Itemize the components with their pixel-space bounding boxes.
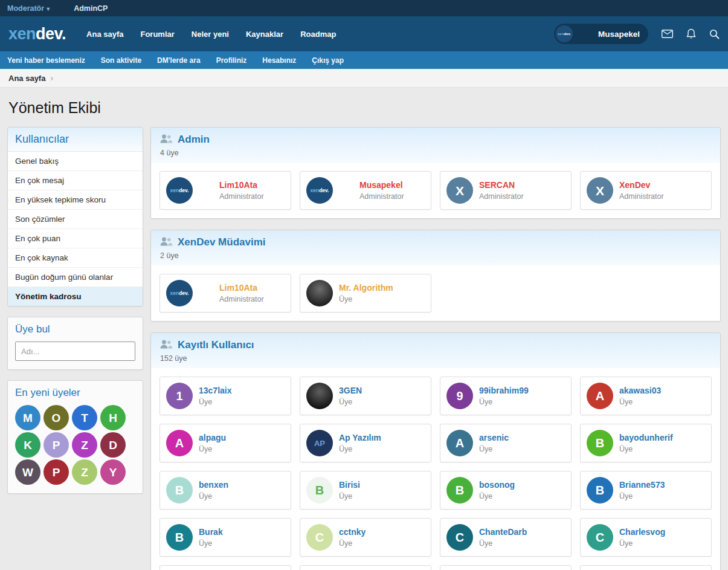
member-info: XenDevAdministrator bbox=[619, 180, 664, 201]
member-card[interactable]: BbenxenÜye bbox=[159, 471, 291, 510]
member-name[interactable]: akawasi03 bbox=[619, 386, 661, 395]
member-name[interactable]: Ap Yazılım bbox=[339, 433, 381, 442]
subnav-item[interactable]: Profiliniz bbox=[216, 56, 247, 65]
member-card[interactable]: Aakawasi03Üye bbox=[580, 377, 712, 415]
member-card[interactable]: APAp YazılımÜye bbox=[300, 424, 431, 462]
group-title[interactable]: Admin bbox=[178, 134, 210, 146]
newest-member-avatar[interactable]: W bbox=[15, 459, 42, 485]
member-name[interactable]: arsenic bbox=[479, 433, 509, 442]
breadcrumb-home[interactable]: Ana sayfa bbox=[8, 74, 45, 83]
member-card[interactable]: xendev.Lim10AtaAdministrator bbox=[159, 274, 291, 313]
member-card[interactable]: 3GENÜye bbox=[300, 377, 431, 415]
member-card[interactable]: CcctnkyÜye bbox=[300, 518, 431, 557]
newest-member-avatar[interactable]: M bbox=[15, 405, 42, 430]
newest-member-avatar[interactable]: K bbox=[15, 432, 42, 458]
group-title[interactable]: XenDev Müdavimi bbox=[178, 236, 266, 248]
sidebar-item[interactable]: En çok mesaj bbox=[8, 171, 143, 190]
members-icon bbox=[159, 237, 172, 248]
member-card[interactable]: BbosonogÜye bbox=[440, 471, 572, 510]
member-name[interactable]: Musapekel bbox=[359, 180, 404, 190]
newest-member-avatar[interactable]: Z bbox=[72, 432, 98, 458]
newest-member-avatar[interactable]: P bbox=[43, 432, 70, 458]
nav-item[interactable]: Ana sayfa bbox=[86, 30, 123, 39]
member-card[interactable]: XXenDevAdministrator bbox=[580, 171, 712, 210]
member-card[interactable]: CCharlesvogÜye bbox=[580, 518, 712, 557]
sidebar-item[interactable]: En çok puan bbox=[8, 229, 143, 248]
member-info: BirisiÜye bbox=[339, 480, 360, 500]
site-logo[interactable]: xendev. bbox=[8, 25, 66, 44]
member-name[interactable]: alpagu bbox=[199, 433, 226, 442]
member-card[interactable]: 113c7laixÜye bbox=[159, 377, 291, 415]
sidebar-item-active[interactable]: Yönetim kadrosu bbox=[8, 287, 143, 306]
member-card[interactable]: CCL4YÜye bbox=[440, 565, 572, 570]
member-card[interactable]: BBrianne573Üye bbox=[580, 471, 712, 510]
nav-item[interactable]: Forumlar bbox=[140, 30, 174, 39]
avatar: xendev. bbox=[556, 25, 573, 42]
member-role: Üye bbox=[479, 539, 527, 548]
member-card[interactable]: 999ibrahim99Üye bbox=[440, 377, 572, 415]
search-icon[interactable] bbox=[709, 29, 720, 39]
group-title-row: XenDev Müdavimi bbox=[159, 236, 712, 248]
messages-envelope-icon[interactable] bbox=[662, 30, 673, 38]
sidebar-item[interactable]: Bugün doğum günü olanlar bbox=[8, 268, 143, 287]
member-name[interactable]: bosonog bbox=[479, 480, 515, 490]
sidebar-item[interactable]: En yüksek tepkime skoru bbox=[8, 190, 143, 210]
sidebar-item[interactable]: Son çözümler bbox=[8, 210, 143, 229]
member-card[interactable]: CChris59Üye bbox=[300, 565, 431, 570]
member-name[interactable]: Lim10Ata bbox=[219, 283, 264, 293]
member-name[interactable]: Lim10Ata bbox=[219, 180, 264, 190]
nav-item[interactable]: Neler yeni bbox=[192, 30, 229, 39]
member-name[interactable]: bayodunherif bbox=[619, 433, 673, 442]
member-name[interactable]: SERCAN bbox=[479, 180, 524, 190]
member-card[interactable]: XSERCANAdministrator bbox=[440, 171, 572, 210]
member-card[interactable]: BbayodunherifÜye bbox=[580, 424, 712, 462]
subnav-item[interactable]: Çıkış yap bbox=[312, 56, 344, 65]
nav-item[interactable]: Kaynaklar bbox=[246, 30, 283, 39]
newest-member-avatar[interactable]: P bbox=[43, 459, 70, 485]
sidebar-item[interactable]: En çok kaynak bbox=[8, 248, 143, 268]
member-name[interactable]: Birisi bbox=[339, 480, 360, 490]
nav-item[interactable]: Roadmap bbox=[300, 30, 336, 39]
member-name[interactable]: 99ibrahim99 bbox=[479, 386, 529, 395]
admincp-link[interactable]: AdminCP bbox=[74, 4, 108, 13]
alerts-bell-icon[interactable] bbox=[686, 28, 696, 39]
account-menu[interactable]: xendev. Musapekel bbox=[554, 24, 648, 44]
member-card[interactable]: CchlomoneyÜye bbox=[159, 565, 291, 570]
member-card[interactable]: xendev.Lim10AtaAdministrator bbox=[159, 171, 291, 210]
member-card[interactable]: Mr. AlgorithmÜye bbox=[300, 274, 431, 313]
newest-member-avatar[interactable]: D bbox=[100, 432, 127, 458]
member-name[interactable]: ChanteDarb bbox=[479, 527, 527, 537]
newest-member-avatar[interactable]: O bbox=[43, 405, 70, 430]
member-name[interactable]: Charlesvog bbox=[619, 527, 665, 537]
member-card[interactable]: CLARKÜye bbox=[580, 565, 712, 570]
member-card[interactable]: xendev.MusapekelAdministrator bbox=[300, 171, 431, 210]
avatar bbox=[306, 383, 333, 409]
member-name[interactable]: Burak bbox=[199, 527, 223, 537]
newest-member-avatar[interactable]: Y bbox=[100, 459, 127, 485]
member-name[interactable]: Brianne573 bbox=[619, 480, 665, 490]
member-name[interactable]: benxen bbox=[199, 480, 228, 490]
member-name[interactable]: Mr. Algorithm bbox=[339, 283, 393, 293]
subnav-item[interactable]: DM'lerde ara bbox=[157, 56, 201, 65]
member-name[interactable]: cctnky bbox=[339, 527, 366, 537]
newest-member-avatar[interactable]: H bbox=[100, 405, 127, 430]
member-name[interactable]: 13c7laix bbox=[199, 386, 232, 395]
sub-nav: Yeni haber beslemenizSon aktiviteDM'lerd… bbox=[0, 51, 728, 69]
member-card[interactable]: AarsenicÜye bbox=[440, 424, 572, 462]
subnav-item[interactable]: Yeni haber beslemeniz bbox=[7, 56, 85, 65]
member-card[interactable]: BBurakÜye bbox=[159, 518, 291, 557]
member-name[interactable]: 3GEN bbox=[339, 386, 362, 395]
newest-member-avatar[interactable]: Z bbox=[72, 459, 98, 485]
subnav-item[interactable]: Hesabınız bbox=[262, 56, 296, 65]
member-card[interactable]: AalpaguÜye bbox=[159, 424, 291, 462]
newest-member-avatar[interactable]: T bbox=[72, 405, 98, 430]
subnav-item[interactable]: Son aktivite bbox=[101, 56, 141, 65]
member-card[interactable]: BBirisiÜye bbox=[300, 471, 431, 510]
avatar: B bbox=[166, 524, 193, 551]
member-card[interactable]: CChanteDarbÜye bbox=[440, 518, 572, 557]
moderator-menu[interactable]: Moderatör▾ bbox=[7, 4, 50, 13]
sidebar-item[interactable]: Genel bakış bbox=[8, 152, 143, 171]
member-name-input[interactable] bbox=[15, 342, 135, 361]
member-name[interactable]: XenDev bbox=[619, 180, 664, 190]
group-title[interactable]: Kayıtlı Kullanıcı bbox=[178, 339, 254, 351]
